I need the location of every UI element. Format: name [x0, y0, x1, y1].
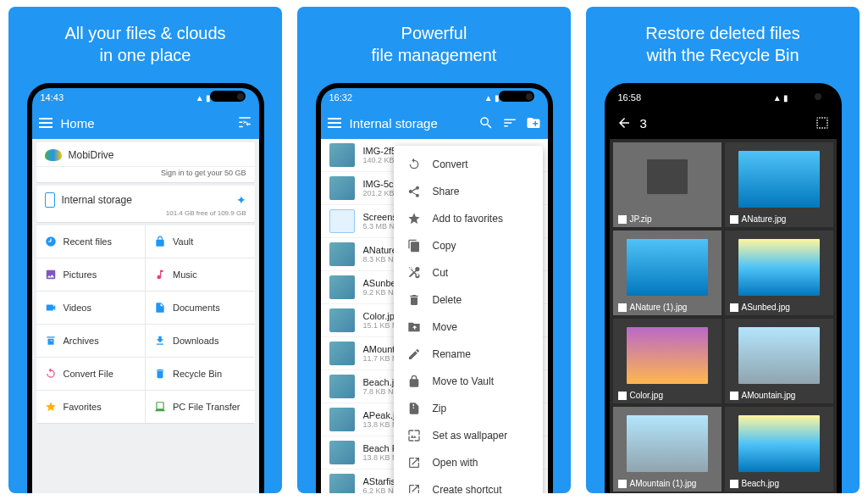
new-folder-icon[interactable]: [526, 115, 541, 131]
hamburger-icon[interactable]: [39, 118, 53, 128]
thumb-image: [738, 415, 820, 472]
home-body: MobiDrive Sign in to get your 50 GB Inte…: [32, 139, 259, 493]
menu-share[interactable]: Share: [394, 178, 543, 205]
thumb-label: Color.jpg: [613, 387, 721, 403]
menu-label: Zip: [433, 403, 447, 414]
checkbox-icon: [730, 215, 738, 224]
thumb-label: JP.zip: [613, 211, 721, 227]
category-documents[interactable]: Documents: [146, 292, 255, 324]
menu-move[interactable]: Move: [394, 314, 543, 341]
thumb-cell[interactable]: ASunbed.jpg: [725, 231, 833, 315]
thumb-cell[interactable]: AMountain.jpg: [725, 319, 833, 403]
file-thumb-icon: [329, 275, 355, 299]
category-label: Convert File: [64, 369, 113, 379]
thumb-cell[interactable]: JP.zip: [613, 142, 721, 227]
search-icon[interactable]: [478, 115, 494, 131]
file-thumb-icon: [329, 474, 355, 493]
menu-label: Copy: [433, 240, 456, 252]
menu-label: Share: [433, 186, 460, 197]
menu-create-shortcut[interactable]: Create shortcut: [394, 476, 543, 493]
thumb-label: AMountain.jpg: [725, 387, 833, 403]
sort-icon[interactable]: [502, 115, 517, 131]
thumb-label: ASunbed.jpg: [725, 299, 833, 315]
thumb-label: AMountain (1).jpg: [613, 475, 721, 492]
promo-panel-2: Powerfulfile management 16:32 ▲ ▮ Intern…: [297, 7, 571, 493]
selection-count: 3: [640, 116, 806, 131]
checkbox-icon: [618, 215, 627, 224]
category-recycle-bin[interactable]: Recycle Bin: [146, 358, 255, 390]
category-videos[interactable]: Videos: [36, 292, 146, 324]
context-menu: ConvertShareAdd to favoritesCopyCutDelet…: [394, 146, 543, 493]
hamburger-icon[interactable]: [328, 118, 341, 128]
menu-delete[interactable]: Delete: [394, 286, 543, 314]
thumbnail-grid: JP.zipANature.jpgANature (1).jpgASunbed.…: [610, 139, 837, 493]
internal-storage-card[interactable]: Internal storage ✦ 101.4 GB free of 109.…: [36, 186, 255, 222]
thumb-cell[interactable]: ANature.jpg: [725, 142, 833, 227]
category-downloads[interactable]: Downloads: [146, 325, 255, 357]
thumb-image: [627, 415, 708, 472]
storage-name: Internal storage: [62, 194, 229, 206]
category-label: Recycle Bin: [173, 369, 222, 379]
menu-rename[interactable]: Rename: [394, 341, 543, 368]
category-favorites[interactable]: Favorites: [36, 391, 146, 423]
drive-sub: Sign in to get your 50 GB: [36, 166, 255, 182]
menu-label: Create shortcut: [433, 484, 502, 493]
file-thumb-icon: [329, 242, 355, 266]
file-body: IMG-2f5c140.2 KBIMG-5c5201.2 KB NoScreen…: [321, 139, 548, 493]
checkbox-icon: [730, 480, 738, 488]
settings-sliders-icon[interactable]: [237, 115, 252, 131]
clock: 16:32: [329, 92, 353, 103]
menu-move-to-vault[interactable]: Move to Vault: [394, 368, 543, 395]
thumb-cell[interactable]: Beach.jpg: [725, 407, 833, 492]
mobidrive-card[interactable]: MobiDrive Sign in to get your 50 GB: [36, 142, 255, 182]
phone-notch: [788, 91, 823, 102]
menu-add-to-favorites[interactable]: Add to favorites: [394, 205, 543, 232]
category-archives[interactable]: Archives: [36, 325, 146, 357]
thumb-cell[interactable]: AMountain (1).jpg: [613, 407, 721, 492]
menu-label: Cut: [433, 267, 449, 279]
menu-label: Set as wallpaper: [433, 430, 508, 442]
menu-convert[interactable]: Convert: [394, 151, 543, 178]
category-label: Pictures: [64, 269, 97, 280]
file-thumb-icon: [329, 342, 355, 365]
menu-zip[interactable]: Zip: [394, 395, 543, 422]
category-vault[interactable]: Vault: [146, 225, 255, 258]
category-label: Documents: [173, 303, 220, 313]
menu-open-with[interactable]: Open with: [394, 449, 543, 476]
phone-notch: [210, 91, 246, 102]
phone-frame: 16:58 ▲ ▮ 3 JP.zipANature.jpgANature (1)…: [605, 83, 842, 493]
thumb-cell[interactable]: Color.jpg: [613, 319, 721, 403]
menu-cut[interactable]: Cut: [394, 259, 543, 286]
menu-label: Delete: [433, 294, 462, 306]
headline: All your files & cloudsin one place: [64, 22, 225, 68]
back-icon[interactable]: [616, 115, 632, 131]
menu-set-as-wallpaper[interactable]: Set as wallpaper: [394, 422, 543, 449]
category-pc-file-transfer[interactable]: PC File Transfer: [146, 391, 255, 423]
promo-panel-1: All your files & cloudsin one place 14:4…: [8, 7, 282, 493]
select-all-icon[interactable]: [815, 115, 830, 131]
menu-label: Move: [433, 321, 457, 333]
thumb-image: [627, 327, 708, 384]
menu-label: Add to favorites: [433, 213, 503, 225]
storage-sub: 101.4 GB free of 109.9 GB: [36, 209, 255, 222]
category-music[interactable]: Music: [146, 258, 255, 291]
app-title: Internal storage: [350, 116, 470, 131]
clean-icon[interactable]: ✦: [236, 193, 246, 207]
promo-panel-3: Restore deleted fileswith the Recycle Bi…: [586, 7, 860, 493]
file-thumb-icon: [329, 209, 355, 233]
file-thumb-icon: [329, 308, 355, 332]
category-pictures[interactable]: Pictures: [36, 258, 146, 291]
file-thumb-icon: [329, 143, 355, 167]
clock: 16:58: [618, 92, 642, 103]
app-bar: Internal storage: [321, 107, 548, 139]
category-recent-files[interactable]: Recent files: [36, 225, 146, 258]
menu-label: Rename: [433, 348, 471, 360]
category-label: Recent files: [64, 236, 112, 247]
file-thumb-icon: [329, 441, 355, 464]
category-convert-file[interactable]: Convert File: [36, 358, 146, 390]
menu-copy[interactable]: Copy: [394, 232, 543, 259]
thumb-image: [738, 327, 820, 384]
category-label: Music: [173, 269, 197, 280]
thumb-cell[interactable]: ANature (1).jpg: [613, 231, 721, 315]
file-thumb-icon: [329, 176, 355, 200]
